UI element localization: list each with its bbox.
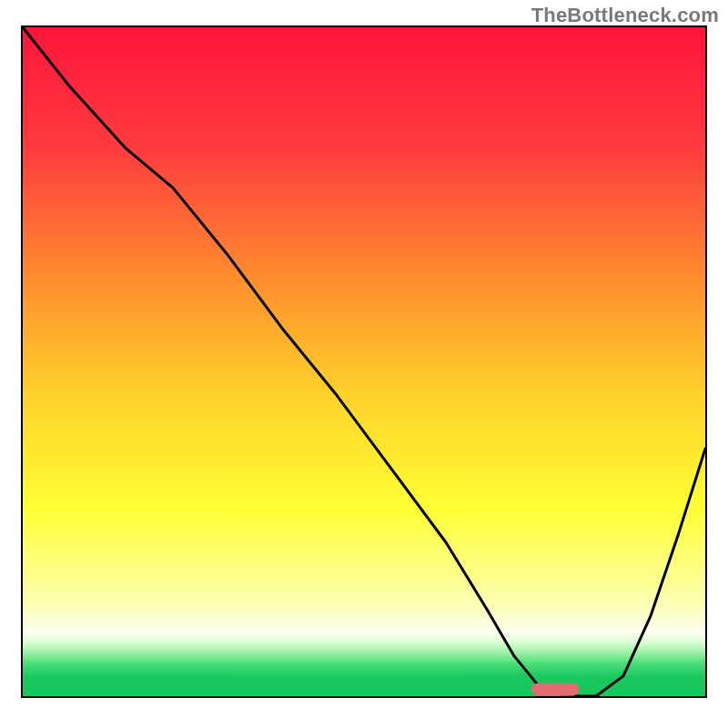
highlight-pill [531,683,580,696]
watermark-text: TheBottleneck.com [531,4,719,27]
chart-svg [0,0,728,728]
chart-stage: TheBottleneck.com [0,0,728,728]
gradient-background [23,27,705,696]
